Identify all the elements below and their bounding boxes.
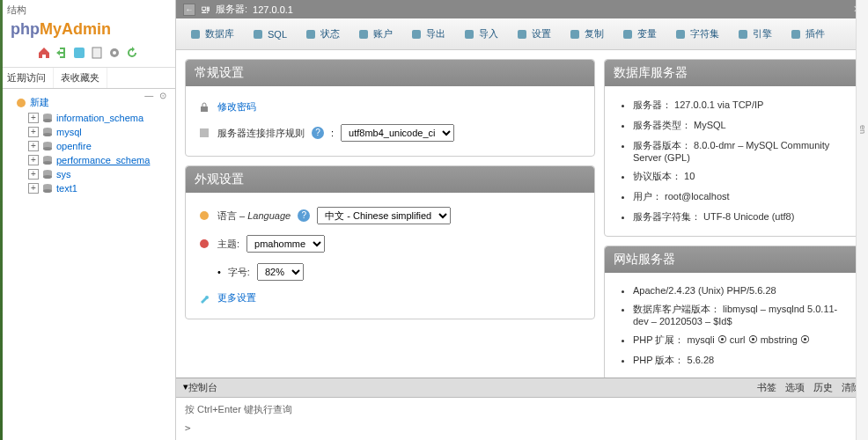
logout-icon[interactable] [55,46,69,60]
svg-point-37 [200,211,209,220]
tree-controls[interactable]: — ⊙ [144,91,168,100]
engine-icon [737,28,749,40]
panel-title: 外观设置 [186,166,594,193]
sql-icon [252,28,264,40]
general-settings-panel: 常规设置 修改密码 服务器连接排序规则 ?: utf8mb4_unicode_c… [185,59,595,157]
new-icon [16,98,26,108]
change-password-link[interactable]: 修改密码 [217,100,256,114]
language-icon [198,209,210,222]
plugin-icon [790,28,802,40]
toolbar-db[interactable]: 数据库 [181,22,242,46]
toolbar-import[interactable]: 导入 [455,22,506,46]
toolbar-users[interactable]: 账户 [349,22,401,46]
sidebar: 结构 phpMyAdmin 近期访问 表收藏夹 — ⊙ 新建 +inf [0,0,176,440]
svg-point-10 [43,133,52,136]
toolbar-status[interactable]: 状态 [297,22,348,46]
toolbar-engine[interactable]: 引擎 [729,22,780,46]
info-row: 服务器类型： MySQL [633,115,846,136]
svg-point-4 [17,99,26,107]
info-row: Apache/2.4.23 (Unix) PHP/5.6.28 [633,282,846,299]
help-icon[interactable]: ? [298,209,310,222]
replication-icon [569,28,581,40]
console-link[interactable]: 书签 [757,381,776,394]
reload-icon[interactable] [125,46,139,60]
console-input[interactable] [196,422,859,435]
console-link[interactable]: 历史 [813,381,833,394]
svg-rect-23 [191,30,200,39]
wrench-icon [198,292,210,304]
sidebar-tabs: 近期访问 表收藏夹 [0,68,175,89]
svg-rect-1 [92,48,101,58]
expand-icon[interactable]: + [28,169,39,180]
query-icon[interactable] [72,46,86,60]
more-settings-link[interactable]: 更多设置 [217,291,256,304]
info-row: PHP 扩展： mysqli ⦿ curl ⦿ mbstring ⦿ [633,330,846,350]
expand-icon[interactable]: + [28,127,39,137]
users-icon [357,28,370,40]
collation-label: 服务器连接排序规则 [217,127,305,140]
db-server-panel: 数据库服务器 服务器： 127.0.0.1 via TCP/IP服务器类型： M… [604,59,859,237]
panel-title: 数据库服务器 [605,60,858,86]
collapse-sidebar-button[interactable]: ← [183,4,195,16]
server-bar: ← 🖳 服务器: 127.0.0.1 ✕ [176,0,868,18]
panel-title: 常规设置 [186,60,594,86]
theme-icon [198,238,210,250]
toolbar-plugin[interactable]: 插件 [782,22,833,46]
info-row: 用户： root@localhost [633,187,846,207]
server-icon: 🖳 [201,4,210,15]
database-icon [42,127,53,137]
sidebar-title: 结构 [7,4,26,15]
tab-favorites[interactable]: 表收藏夹 [54,68,107,88]
toolbar-replication[interactable]: 复制 [561,22,612,46]
export-icon [410,28,423,40]
svg-rect-31 [623,30,632,39]
expand-icon[interactable]: + [28,113,39,123]
toolbar-sql[interactable]: SQL [244,22,295,46]
panel-title: 网站服务器 [605,246,858,273]
toolbar-export[interactable]: 导出 [402,22,453,46]
top-toolbar: 数据库SQL状态账户导出导入设置复制变量字符集引擎插件 [176,18,868,50]
console-hint: 按 Ctrl+Enter 键执行查询 [185,403,859,416]
logo[interactable]: phpMyAdmin [11,20,111,39]
database-icon [42,169,53,180]
quick-icons [7,42,168,63]
svg-point-38 [200,239,209,248]
tab-recent[interactable]: 近期访问 [0,68,54,88]
expand-icon[interactable]: + [28,141,39,151]
help-icon[interactable]: ? [312,127,324,139]
docs-icon[interactable] [90,46,104,60]
db-item[interactable]: +text1 [4,181,172,195]
database-icon [42,113,53,123]
svg-rect-33 [739,30,747,39]
status-icon [305,28,317,40]
main: ← 🖳 服务器: 127.0.0.1 ✕ 数据库SQL状态账户导出导入设置复制变… [176,0,868,440]
expand-icon[interactable]: + [28,155,39,165]
console-link[interactable]: 选项 [785,381,805,394]
toolbar-vars[interactable]: 变量 [614,22,665,46]
language-select[interactable]: 中文 - Chinese simplified [317,207,451,224]
nav-tree: — ⊙ 新建 +information_schema+mysql+openfir… [0,89,175,201]
db-icon [189,28,202,40]
web-server-panel: 网站服务器 Apache/2.4.23 (Unix) PHP/5.6.28数据库… [604,246,859,380]
svg-point-3 [113,51,116,55]
collation-select[interactable]: utf8mb4_unicode_ci [341,124,454,142]
db-item[interactable]: +mysql [4,125,172,139]
db-item[interactable]: +sys [4,167,172,181]
fontsize-label: 字号: [228,266,250,279]
svg-rect-34 [791,30,800,39]
toolbar-settings[interactable]: 设置 [508,22,559,46]
theme-select[interactable]: pmahomme [246,235,325,253]
home-icon[interactable] [37,46,51,60]
fontsize-select[interactable]: 82% [257,263,304,281]
db-item[interactable]: +information_schema [4,111,172,125]
db-item[interactable]: +performance_schema [4,153,172,167]
database-icon [42,155,53,165]
expand-icon[interactable]: + [28,183,39,194]
info-row: PHP 版本： 5.6.28 [633,350,846,370]
toolbar-charset[interactable]: 字符集 [666,22,727,46]
settings-icon[interactable] [107,46,121,60]
server-label: 服务器: [216,3,247,16]
db-item[interactable]: +openfire [4,139,172,153]
server-host: 127.0.0.1 [253,4,293,15]
console-title: 控制台 [188,381,217,394]
